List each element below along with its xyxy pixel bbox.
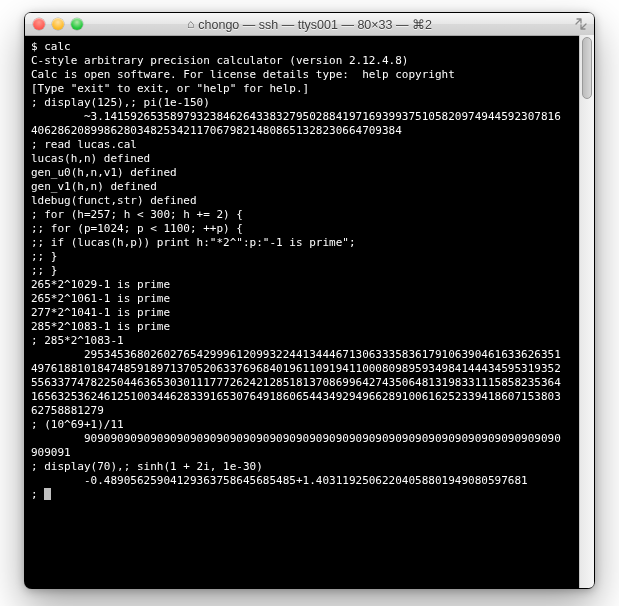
fullscreen-icon[interactable] — [574, 17, 588, 31]
terminal-line: ; (10^69+1)/11 — [31, 418, 582, 432]
terminal-line: gen_u0(h,n,v1) defined — [31, 166, 582, 180]
terminal-line: Calc is open software. For license detai… — [31, 68, 582, 82]
zoom-icon[interactable] — [71, 18, 83, 30]
cursor — [44, 488, 51, 500]
terminal-line: ; 285*2^1083-1 — [31, 334, 582, 348]
terminal-line: ; read lucas.cal — [31, 138, 582, 152]
terminal-line: C-style arbitrary precision calculator (… — [31, 54, 582, 68]
terminal-line: 2953453680260276542999612099322441344467… — [31, 348, 582, 362]
terminal-line: [Type "exit" to exit, or "help" for help… — [31, 82, 582, 96]
terminal-line: 4062862089986280348253421170679821480865… — [31, 124, 582, 138]
terminal-line: 62758881279 — [31, 404, 582, 418]
traffic-lights — [25, 18, 83, 30]
terminal-line: ; display(125),; pi(1e-150) — [31, 96, 582, 110]
terminal-line: ;; for (p=1024; p < 1100; ++p) { — [31, 222, 582, 236]
titlebar[interactable]: ⌂ chongo — ssh — ttys001 — 80×33 — ⌘2 — [25, 13, 594, 36]
terminal-line: 265*2^1061-1 is prime — [31, 292, 582, 306]
home-icon: ⌂ — [187, 17, 194, 31]
terminal-line: -0.48905625904129363758645685485+1.40311… — [31, 474, 582, 488]
terminal-line: ; for (h=257; h < 300; h += 2) { — [31, 208, 582, 222]
terminal-line: 4976188101847485918971370520633769684019… — [31, 362, 582, 376]
window-title-text: chongo — ssh — ttys001 — 80×33 — ⌘2 — [198, 17, 432, 32]
terminal-line: lucas(h,n) defined — [31, 152, 582, 166]
terminal-line: ;; if (lucas(h,p)) print h:"*2^":p:"-1 i… — [31, 236, 582, 250]
terminal-line: ; display(70),; sinh(1 + 2i, 1e-30) — [31, 460, 582, 474]
close-icon[interactable] — [33, 18, 45, 30]
terminal-line: ; — [31, 488, 582, 502]
terminal-window: ⌂ chongo — ssh — ttys001 — 80×33 — ⌘2 $ … — [24, 12, 595, 589]
terminal-line: ;; } — [31, 250, 582, 264]
terminal-line: 265*2^1029-1 is prime — [31, 278, 582, 292]
terminal-line: $ calc — [31, 40, 582, 54]
terminal-line: ~3.1415926535897932384626433832795028841… — [31, 110, 582, 124]
terminal-line: 909091 — [31, 446, 582, 460]
terminal-line: 9090909090909090909090909090909090909090… — [31, 432, 582, 446]
scrollbar[interactable] — [579, 35, 594, 588]
scroll-thumb[interactable] — [582, 37, 592, 99]
terminal-line: ldebug(funct,str) defined — [31, 194, 582, 208]
terminal-line: gen_v1(h,n) defined — [31, 180, 582, 194]
terminal-line: 1656325362461251003446283391653076491860… — [31, 390, 582, 404]
terminal-line: ;; } — [31, 264, 582, 278]
terminal-line: 285*2^1083-1 is prime — [31, 320, 582, 334]
terminal-output[interactable]: $ calcC-style arbitrary precision calcul… — [25, 36, 594, 589]
terminal-line: 5563377478225044636530301117772624212851… — [31, 376, 582, 390]
window-title: ⌂ chongo — ssh — ttys001 — 80×33 — ⌘2 — [25, 17, 594, 32]
terminal-line: 277*2^1041-1 is prime — [31, 306, 582, 320]
minimize-icon[interactable] — [52, 18, 64, 30]
